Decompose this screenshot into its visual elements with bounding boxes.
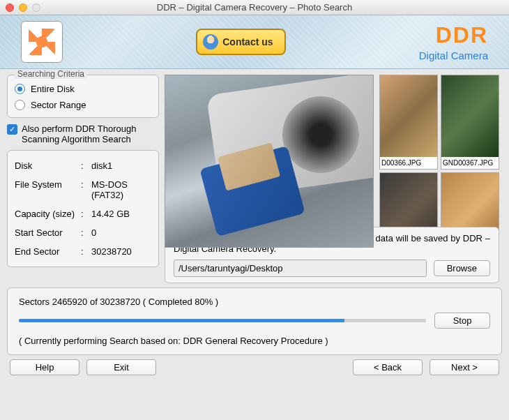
window-title: DDR – Digital Camera Recovery – Photo Se… [0, 2, 509, 13]
thumb-filename: GND00367.JPG [441, 157, 499, 169]
info-value: disk1 [91, 160, 151, 171]
info-label: Start Sector [15, 227, 81, 238]
thumb-image [380, 75, 437, 157]
person-icon [203, 34, 218, 50]
radio-label: Sector Range [31, 100, 86, 110]
stop-button[interactable]: Stop [434, 313, 490, 329]
info-label: Capacity (size) [15, 209, 81, 219]
destination-input[interactable] [174, 260, 427, 277]
info-value: 30238720 [91, 246, 151, 257]
app-logo[interactable] [21, 21, 63, 63]
thorough-checkbox[interactable]: ✓ Also perform DDR Thorough Scanning Alg… [7, 122, 159, 146]
browse-button[interactable]: Browse [434, 260, 490, 276]
help-button[interactable]: Help [10, 359, 79, 375]
contact-label: Contact us [222, 36, 273, 47]
zoom-icon [32, 3, 40, 12]
preview-image [165, 75, 374, 248]
checkbox-label: Also perform DDR Thorough Scanning Algor… [22, 123, 159, 144]
thumbnail[interactable]: D00366.JPG [379, 75, 438, 170]
thumb-image [441, 75, 499, 157]
radio-icon [15, 84, 25, 94]
info-label: Disk [15, 160, 81, 171]
info-value: MS-DOS (FAT32) [91, 179, 151, 200]
minimize-icon[interactable] [19, 3, 27, 12]
info-label: File System [15, 179, 81, 200]
radio-icon [15, 100, 25, 110]
criteria-title: Searching Criteria [15, 69, 87, 79]
brand: DDR Digital Camera [419, 22, 488, 61]
thumb-filename: D00366.JPG [380, 157, 437, 169]
radio-entire-disk[interactable]: Entire Disk [15, 84, 151, 94]
progress-group: Sectors 2465920 of 30238720 ( Completed … [7, 287, 502, 355]
info-label: End Sector [15, 246, 81, 257]
exit-button[interactable]: Exit [86, 359, 156, 375]
close-icon[interactable] [6, 3, 14, 12]
thumbnail[interactable]: GND00367.JPG [441, 75, 499, 170]
progress-fill [19, 319, 344, 322]
brand-title: DDR [419, 22, 488, 48]
banner: Contact us DDR Digital Camera [0, 15, 509, 69]
disk-info: Disk:disk1 File System:MS-DOS (FAT32) Ca… [7, 150, 159, 267]
progress-bar [19, 319, 426, 322]
progress-sectors: Sectors 2465920 of 30238720 ( Completed … [19, 297, 490, 307]
checkbox-icon: ✓ [7, 124, 17, 135]
back-button[interactable]: < Back [353, 359, 423, 375]
progress-status: ( Currently performing Search based on: … [19, 336, 490, 346]
radio-label: Entire Disk [31, 84, 75, 94]
info-value: 14.42 GB [91, 209, 151, 219]
next-button[interactable]: Next > [430, 359, 499, 375]
criteria-group: Searching Criteria Entire Disk Sector Ra… [7, 75, 159, 118]
radio-sector-range[interactable]: Sector Range [15, 100, 151, 110]
contact-button[interactable]: Contact us [196, 29, 285, 55]
logo-icon [29, 29, 55, 55]
footer: Help Exit < Back Next > [7, 359, 502, 375]
brand-subtitle: Digital Camera [419, 50, 488, 61]
info-value: 0 [91, 227, 151, 238]
titlebar: DDR – Digital Camera Recovery – Photo Se… [0, 0, 509, 15]
